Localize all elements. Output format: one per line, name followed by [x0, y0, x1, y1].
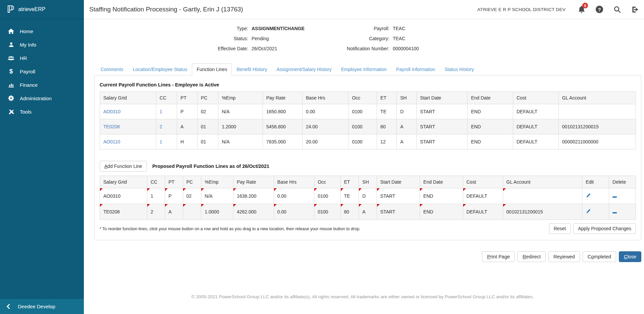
- redirect-button[interactable]: Redirect: [518, 251, 546, 262]
- cell-link[interactable]: AO0110: [103, 139, 120, 144]
- notification-summary: Type:ASSIGNMENT/CHANGE Status:Pending Ef…: [191, 26, 641, 56]
- table-cell: A: [359, 204, 377, 220]
- edit-pencil-icon[interactable]: [586, 193, 591, 199]
- column-header: Occ: [314, 176, 340, 188]
- sidebar-item-finance[interactable]: Finance: [0, 78, 84, 91]
- search-button[interactable]: [613, 5, 622, 14]
- table-cell: START: [377, 188, 420, 204]
- tab-function-lines[interactable]: Function Lines: [192, 63, 232, 75]
- tab-comments[interactable]: Comments: [96, 63, 128, 75]
- page-title: Staffing Notification Processing - Gartl…: [89, 6, 243, 13]
- table-cell: P: [177, 104, 198, 119]
- cell-link[interactable]: TE0208: [103, 124, 120, 129]
- notifications-button[interactable]: 0: [577, 5, 586, 14]
- column-header: End Date: [468, 92, 513, 104]
- table-cell: TE: [377, 104, 397, 119]
- current-section-title: Current Payroll Function Lines - Employe…: [100, 82, 636, 87]
- table-cell: 1: [156, 104, 177, 119]
- sidebar-item-label: Finance: [20, 82, 38, 88]
- tab-employee-information[interactable]: Employee Information: [336, 63, 391, 75]
- table-cell: 2: [156, 119, 177, 134]
- page-actions: Print Page Redirect Reviewed Completed C…: [94, 251, 641, 262]
- brand[interactable]: ℙ atrieveERP: [0, 0, 84, 19]
- tab-status-history[interactable]: Status History: [440, 63, 479, 75]
- table-cell: 0.00: [274, 204, 314, 220]
- column-header: GL Account: [503, 176, 582, 188]
- function-lines-panel: Current Payroll Function Lines - Employe…: [94, 75, 641, 240]
- column-header: Pay Rate: [233, 176, 274, 188]
- column-header: Base Hrs: [274, 176, 314, 188]
- sidebar: ℙ atrieveERP Home My Info HR: [0, 0, 84, 314]
- delete-minus-icon[interactable]: [612, 212, 617, 213]
- close-button[interactable]: Close: [619, 251, 641, 262]
- sidebar-item-my-info[interactable]: My Info: [0, 38, 84, 51]
- table-cell: 00000211000000: [558, 134, 636, 149]
- table-cell: 02: [183, 188, 201, 204]
- table-cell: 0100: [348, 119, 377, 134]
- search-icon: [614, 6, 621, 13]
- column-header: GL Account: [558, 92, 636, 104]
- field-value-payroll: TEAC: [393, 26, 405, 31]
- sidebar-item-label: My Info: [20, 42, 36, 48]
- sidebar-item-tools[interactable]: Tools: [0, 105, 84, 118]
- completed-button[interactable]: Completed: [583, 251, 616, 262]
- column-header: Pay Rate: [263, 92, 302, 104]
- copyright-footer: © 2005-2021 PowerSchool Group LLC and/or…: [84, 294, 641, 299]
- cell-link[interactable]: 2: [160, 124, 162, 129]
- sidebar-item-label: HR: [20, 55, 27, 61]
- table-cell: END: [420, 204, 463, 220]
- delete-minus-icon[interactable]: [612, 196, 617, 198]
- table-cell: A: [165, 204, 183, 220]
- edit-cell: [582, 188, 609, 204]
- table-cell: TE0208: [100, 119, 156, 134]
- cell-link[interactable]: AO0310: [103, 109, 120, 114]
- column-header: Occ: [348, 92, 377, 104]
- table-row[interactable]: AO03101P02N/A1638.2000.000100TEDSTARTEND…: [100, 188, 636, 204]
- print-page-button[interactable]: Print Page: [482, 251, 515, 262]
- table-cell: A: [177, 119, 198, 134]
- cell-link[interactable]: 1: [160, 139, 162, 144]
- column-header: CC: [156, 92, 177, 104]
- logout-button[interactable]: [631, 5, 639, 14]
- reviewed-button[interactable]: Reviewed: [548, 251, 580, 262]
- table-row: AO03101P02N/A1650.8000.000100TEDSTARTEND…: [100, 104, 636, 119]
- table-cell: [503, 188, 582, 204]
- brand-label: atrieveERP: [18, 6, 46, 12]
- column-header: SH: [397, 92, 417, 104]
- delete-cell: [609, 188, 636, 204]
- sidebar-collapse-bar[interactable]: Deedee Develop: [0, 299, 84, 314]
- table-cell: D: [359, 188, 377, 204]
- table-cell: 1: [156, 134, 177, 149]
- table-cell: START: [417, 134, 468, 149]
- table-cell: AO0110: [100, 134, 156, 149]
- table-row[interactable]: TE02082A1.00004262.0000.00010080ASTARTEN…: [100, 204, 636, 220]
- cell-link[interactable]: 1: [160, 109, 162, 114]
- environment-label: Deedee Develop: [18, 304, 55, 309]
- field-label-category: Category:: [315, 36, 389, 41]
- notification-badge: 0: [582, 3, 588, 8]
- table-cell: H: [177, 134, 198, 149]
- sidebar-item-administration[interactable]: Administration: [0, 91, 84, 105]
- tab-payroll-information[interactable]: Payroll Information: [391, 63, 440, 75]
- sidebar-item-label: Home: [20, 28, 33, 34]
- sidebar-item-payroll[interactable]: $ Payroll: [0, 65, 84, 78]
- reset-button[interactable]: Reset: [549, 223, 571, 234]
- sidebar-item-home[interactable]: Home: [0, 24, 84, 38]
- column-header: ET: [377, 92, 397, 104]
- tab-assignment-salary-history[interactable]: Assignment/Salary History: [272, 63, 336, 75]
- sidebar-item-hr[interactable]: HR: [0, 51, 84, 65]
- table-cell: 24.00: [303, 119, 348, 134]
- tab-location-employee-status[interactable]: Location/Employee Status: [128, 63, 192, 75]
- field-value-effective-date: 26/Oct/2021: [252, 46, 277, 51]
- content-area: Type:ASSIGNMENT/CHANGE Status:Pending Ef…: [84, 19, 644, 314]
- edit-pencil-icon[interactable]: [586, 209, 591, 215]
- field-label-notification-number: Notification Number:: [315, 46, 389, 51]
- table-cell: 00102131200015: [558, 119, 636, 134]
- table-row: TE02082A011.20005458.80024.00010080ASTAR…: [100, 119, 636, 134]
- tools-icon: [7, 109, 15, 115]
- apply-proposed-changes-button[interactable]: Apply Proposed Changes: [573, 223, 636, 234]
- add-function-line-button[interactable]: Add Function Line: [100, 161, 147, 172]
- tab-bar: Comments Location/Employee Status Functi…: [96, 63, 641, 75]
- tab-benefit-history[interactable]: Benefit History: [232, 63, 272, 75]
- help-button[interactable]: ?: [595, 5, 604, 14]
